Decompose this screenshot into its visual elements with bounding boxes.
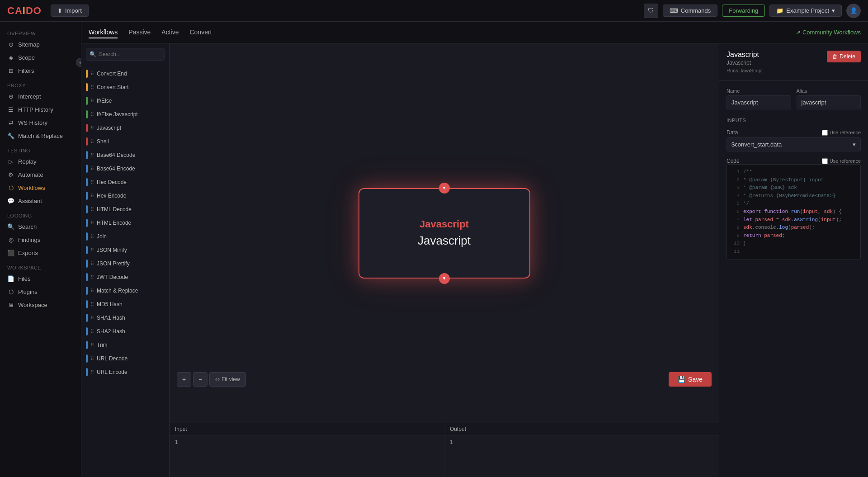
workflow-list-item[interactable]: ⠿ If/Else Javascript	[81, 108, 169, 121]
commands-button[interactable]: ⌨ Commands	[663, 5, 717, 17]
tab-passive[interactable]: Passive	[128, 27, 151, 38]
tab-convert[interactable]: Convert	[189, 27, 212, 38]
search-input[interactable]	[86, 48, 165, 61]
fit-view-button[interactable]: ⇔ Fit view	[209, 372, 246, 387]
terminal-icon: ⌨	[670, 7, 678, 14]
sidebar-item-files[interactable]: 📄 Files	[0, 272, 81, 285]
import-label: Import	[65, 7, 82, 14]
node-connector-bottom[interactable]	[439, 273, 450, 284]
workflow-bar	[86, 287, 88, 295]
line-content: /**	[743, 168, 752, 176]
delete-button[interactable]: 🗑 Delete	[827, 51, 861, 62]
data-label: Data	[726, 129, 738, 136]
import-button[interactable]: ⬆ Import	[51, 5, 89, 17]
line-number: 11	[731, 248, 740, 256]
workflow-list-item[interactable]: ⠿ SHA1 Hash	[81, 311, 169, 325]
use-reference-checkbox[interactable]	[822, 130, 828, 136]
canvas[interactable]: Javascript Javascript + −	[170, 43, 719, 423]
sidebar-item-automate[interactable]: ⚙ Automate	[0, 168, 81, 181]
main-layout: « Overview ⊙ Sitemap ◈ Scope ⊟ Filters P…	[0, 22, 868, 477]
sidebar-item-plugins[interactable]: ⬡ Plugins	[0, 285, 81, 298]
project-selector[interactable]: 📁 Example Project ▾	[769, 5, 842, 17]
workflow-bar	[86, 192, 88, 200]
match-replace-icon: 🔧	[7, 132, 14, 139]
workflow-list-item[interactable]: ⠿ Join	[81, 230, 169, 243]
alias-label: Alias	[797, 88, 861, 94]
workflow-list-item[interactable]: ⠿ Base64 Encode	[81, 162, 169, 175]
workflow-list-item[interactable]: ⠿ SHA2 Hash	[81, 325, 169, 338]
workflow-drag-icon: ⠿	[90, 234, 94, 240]
sidebar-item-filters[interactable]: ⊟ Filters	[0, 64, 81, 77]
user-avatar[interactable]: 👤	[846, 4, 861, 18]
input-panel: Input 1	[170, 423, 444, 477]
workflow-bar	[86, 246, 88, 254]
workflow-list-item[interactable]: ⠿ JWT Decode	[81, 270, 169, 284]
workflow-drag-icon: ⠿	[90, 207, 94, 213]
search-icon-inner: 🔍	[90, 51, 96, 57]
sidebar-item-workspace[interactable]: 🖥 Workspace	[0, 298, 81, 312]
search-wrapper: 🔍	[86, 48, 165, 61]
forwarding-button[interactable]: Forwarding	[722, 5, 765, 17]
sidebar-label-workspace: Workspace	[18, 302, 47, 308]
sidebar-label-exports: Exports	[18, 250, 38, 256]
workflow-drag-icon: ⠿	[90, 166, 94, 172]
output-content[interactable]: 1	[444, 435, 719, 477]
sidebar-item-workflows[interactable]: ⬡ Workflows	[0, 181, 81, 194]
workflow-list-item[interactable]: ⠿ Base64 Decode	[81, 148, 169, 162]
workflow-list-item[interactable]: ⠿ Javascript	[81, 121, 169, 135]
data-select-dropdown[interactable]: $convert_start.data ▾	[726, 137, 861, 151]
save-button[interactable]: 💾 Save	[669, 372, 712, 387]
workflow-list-item[interactable]: ⠿ JSON Prettify	[81, 257, 169, 270]
line-content: }	[743, 240, 746, 248]
tab-active[interactable]: Active	[161, 27, 179, 38]
workflow-list-item[interactable]: ⠿ MD5 Hash	[81, 298, 169, 311]
sidebar-item-assistant[interactable]: 💬 Assistant	[0, 194, 81, 208]
shield-button[interactable]: 🛡	[644, 4, 658, 18]
line-content: let parsed = sdk.asString(input);	[743, 216, 842, 224]
community-workflows-link[interactable]: ↗ Community Workflows	[796, 29, 861, 36]
line-content: */	[743, 200, 749, 208]
workflow-list-item[interactable]: ⠿ URL Encode	[81, 365, 169, 379]
workflow-list-item[interactable]: ⠿ Convert Start	[81, 80, 169, 94]
workflow-list-item[interactable]: ⠿ HTML Decode	[81, 203, 169, 216]
workflow-list-item[interactable]: ⠿ URL Decode	[81, 352, 169, 365]
right-panel-header: Javascript Javascript Runs JavaScript 🗑 …	[719, 43, 868, 81]
sidebar-item-http-history[interactable]: ☰ HTTP History	[0, 103, 81, 116]
workflow-list-item[interactable]: ⠿ HTML Encode	[81, 216, 169, 230]
zoom-out-button[interactable]: −	[193, 372, 208, 387]
workflow-list-item[interactable]: ⠿ JSON Minify	[81, 243, 169, 257]
workflow-list-item[interactable]: ⠿ Trim	[81, 338, 169, 352]
code-use-reference-checkbox[interactable]	[822, 158, 828, 164]
sidebar-item-intercept[interactable]: ⊕ Intercept	[0, 90, 81, 103]
sidebar-item-scope[interactable]: ◈ Scope	[0, 51, 81, 64]
tab-workflows[interactable]: Workflows	[89, 27, 118, 38]
workflow-list-item[interactable]: ⠿ Convert End	[81, 67, 169, 80]
workflow-list-item[interactable]: ⠿ Shell	[81, 135, 169, 148]
workflow-item-name: Base64 Decode	[97, 152, 135, 158]
zoom-in-button[interactable]: +	[177, 372, 191, 387]
sidebar-label-scope: Scope	[18, 54, 35, 61]
sidebar-item-replay[interactable]: ▷ Replay	[0, 155, 81, 168]
alias-input[interactable]	[797, 95, 861, 109]
workflow-list-item[interactable]: ⠿ Hex Encode	[81, 189, 169, 203]
name-input[interactable]	[726, 95, 791, 109]
line-content: * @param {BytesInput} input	[743, 176, 824, 184]
node-connector-top[interactable]	[439, 183, 450, 194]
workflow-list-item[interactable]: ⠿ If/Else	[81, 94, 169, 108]
workflow-item-name: Base64 Encode	[97, 165, 135, 172]
workflow-list-item[interactable]: ⠿ Hex Decode	[81, 175, 169, 189]
line-number: 1	[731, 168, 740, 176]
sidebar-item-ws-history[interactable]: ⇄ WS History	[0, 116, 81, 129]
sidebar-item-exports[interactable]: ⬛ Exports	[0, 246, 81, 260]
project-label: Example Project	[786, 7, 829, 14]
input-content[interactable]: 1	[170, 435, 444, 477]
sidebar-item-match-replace[interactable]: 🔧 Match & Replace	[0, 129, 81, 142]
sidebar-item-search[interactable]: 🔍 Search	[0, 220, 81, 233]
input-header: Input	[170, 423, 444, 435]
code-editor[interactable]: 1 /** 2 * @param {BytesInput} input 3 * …	[726, 164, 861, 260]
sidebar-item-findings[interactable]: ◎ Findings	[0, 233, 81, 246]
right-panel-body: Name Alias Inputs Data	[719, 81, 868, 267]
javascript-node[interactable]: Javascript Javascript	[359, 188, 530, 279]
sidebar-item-sitemap[interactable]: ⊙ Sitemap	[0, 38, 81, 51]
workflow-list-item[interactable]: ⠿ Match & Replace	[81, 284, 169, 298]
